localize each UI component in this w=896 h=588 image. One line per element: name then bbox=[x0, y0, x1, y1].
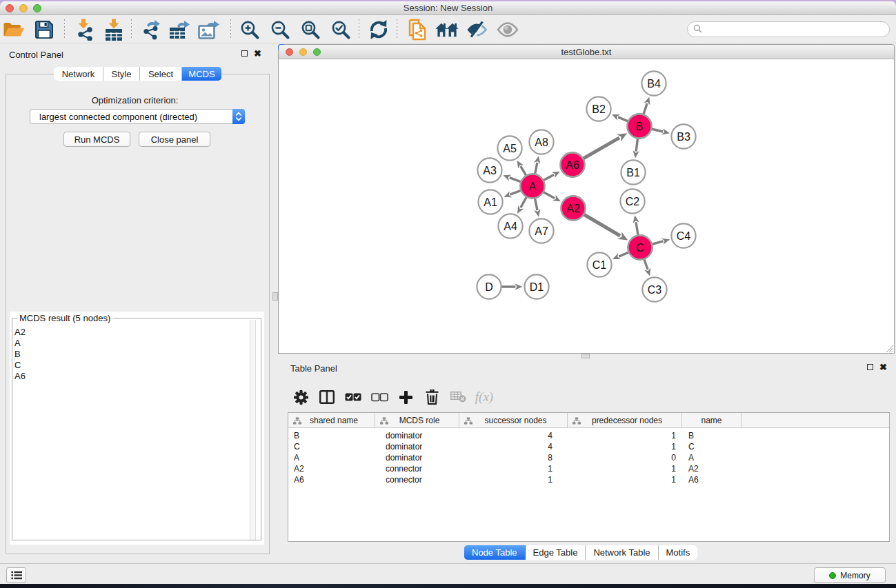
node-label: C4 bbox=[677, 230, 691, 242]
tab-network-table[interactable]: Network Table bbox=[586, 545, 658, 560]
close-panel-icon[interactable]: ✖ bbox=[254, 50, 261, 57]
tab-node-table[interactable]: Node Table bbox=[464, 545, 526, 560]
toolbar-separator bbox=[64, 19, 65, 39]
graph-node-A6[interactable]: A6 bbox=[560, 152, 584, 176]
mcds-result-item[interactable]: A bbox=[14, 338, 26, 349]
toolbar-separator bbox=[359, 19, 359, 39]
tab-edge-table[interactable]: Edge Table bbox=[526, 545, 586, 560]
export-table-icon[interactable] bbox=[168, 18, 191, 41]
graph-node-A3[interactable]: A3 bbox=[477, 158, 501, 182]
mcds-result-item[interactable]: A6 bbox=[14, 371, 26, 382]
first-neighbors-icon[interactable] bbox=[435, 18, 459, 41]
vertical-splitter-handle[interactable] bbox=[272, 292, 278, 301]
mcds-result-item[interactable]: B bbox=[14, 349, 26, 360]
graph-node-C[interactable]: C bbox=[628, 235, 652, 259]
table-row-A6[interactable]: A6connector11A6 bbox=[288, 474, 889, 485]
search-input[interactable] bbox=[702, 24, 889, 34]
criterion-select[interactable]: largest connected component (directed) bbox=[30, 109, 245, 124]
table-row-B[interactable]: Bdominator41B bbox=[288, 430, 889, 441]
node-label: B1 bbox=[626, 167, 640, 179]
split-view-icon[interactable] bbox=[314, 387, 340, 407]
graph-node-B1[interactable]: B1 bbox=[621, 160, 645, 184]
memory-button[interactable]: Memory bbox=[814, 567, 886, 583]
column-header-predecessor-nodes[interactable]: predecessor nodes bbox=[568, 413, 682, 428]
zoom-in-icon[interactable] bbox=[238, 18, 261, 41]
select-stepper-icon[interactable] bbox=[232, 109, 245, 124]
show-panels-button[interactable] bbox=[6, 567, 26, 583]
column-header-shared-name[interactable]: shared name bbox=[288, 413, 375, 428]
mcds-result-item[interactable]: C bbox=[14, 360, 26, 371]
graph-node-A1[interactable]: A1 bbox=[478, 190, 502, 214]
control-panel: Control Panel ✖ NetworkStyleSelectMCDS O… bbox=[0, 43, 270, 563]
delete-column-icon[interactable] bbox=[419, 387, 445, 407]
clone-network-icon[interactable] bbox=[406, 18, 429, 41]
graph-node-D[interactable]: D bbox=[477, 274, 501, 298]
graph-node-A7[interactable]: A7 bbox=[529, 219, 553, 243]
tab-style[interactable]: Style bbox=[103, 67, 140, 81]
export-network-icon[interactable] bbox=[139, 18, 163, 41]
node-label: B4 bbox=[647, 78, 661, 90]
result-scrollbar[interactable] bbox=[250, 320, 256, 540]
zoom-fit-icon[interactable] bbox=[299, 18, 322, 41]
add-column-icon[interactable] bbox=[392, 387, 419, 407]
gear-icon[interactable] bbox=[288, 387, 314, 407]
refresh-icon[interactable] bbox=[367, 18, 390, 41]
network-graph-canvas[interactable]: AA1A3A4A5A7A8A6A2BB1B2B3B4CC1C2C3C4DD1 bbox=[279, 59, 894, 354]
hide-selected-icon[interactable] bbox=[465, 18, 488, 41]
tab-mcds[interactable]: MCDS bbox=[182, 67, 221, 81]
table-row-A[interactable]: Adominator80A bbox=[288, 452, 889, 463]
graph-node-B4[interactable]: B4 bbox=[641, 71, 666, 95]
deselect-all-icon[interactable] bbox=[366, 387, 392, 407]
tab-motifs[interactable]: Motifs bbox=[659, 545, 698, 560]
memory-label: Memory bbox=[840, 571, 870, 580]
mcds-result-item[interactable]: A2 bbox=[14, 327, 26, 338]
toolbar-separator bbox=[131, 19, 132, 39]
show-all-icon[interactable] bbox=[496, 18, 519, 41]
graph-node-A4[interactable]: A4 bbox=[498, 214, 522, 238]
export-image-icon[interactable] bbox=[197, 18, 220, 41]
open-file-icon[interactable] bbox=[2, 18, 26, 41]
table-cell: B bbox=[682, 430, 741, 441]
tab-network[interactable]: Network bbox=[54, 67, 103, 81]
node-label: C bbox=[636, 242, 644, 254]
zoom-selected-icon[interactable] bbox=[329, 18, 352, 41]
table-cell: 1 bbox=[568, 441, 682, 452]
float-panel-icon[interactable] bbox=[241, 50, 248, 57]
graph-node-C1[interactable]: C1 bbox=[587, 252, 611, 276]
column-header-name[interactable]: name bbox=[682, 413, 741, 428]
window-resize-grip[interactable] bbox=[884, 343, 893, 352]
tab-select[interactable]: Select bbox=[140, 67, 182, 81]
table-row-C[interactable]: Cdominator41C bbox=[288, 441, 889, 452]
save-session-icon[interactable] bbox=[32, 18, 56, 41]
graph-node-B3[interactable]: B3 bbox=[671, 124, 695, 148]
graph-node-A[interactable]: A bbox=[520, 174, 544, 198]
mcds-result-list[interactable]: A2ABCA6 bbox=[14, 327, 26, 382]
graph-node-D1[interactable]: D1 bbox=[524, 274, 548, 298]
graph-node-A2[interactable]: A2 bbox=[561, 196, 585, 220]
run-mcds-button[interactable]: Run MCDS bbox=[63, 132, 130, 147]
zoom-out-icon[interactable] bbox=[268, 18, 292, 41]
graph-node-B[interactable]: B bbox=[627, 114, 651, 138]
graph-node-C2[interactable]: C2 bbox=[620, 189, 644, 213]
import-network-icon[interactable] bbox=[72, 18, 96, 41]
window-title: Session: New Session bbox=[0, 3, 896, 13]
float-table-panel-icon[interactable] bbox=[867, 364, 873, 370]
close-table-panel-icon[interactable]: ✖ bbox=[879, 364, 887, 370]
graph-node-A5[interactable]: A5 bbox=[497, 136, 521, 160]
graph-node-C3[interactable]: C3 bbox=[642, 277, 666, 301]
node-label: B bbox=[636, 121, 644, 132]
graph-node-A8[interactable]: A8 bbox=[529, 130, 553, 154]
table-row-A2[interactable]: A2connector11A2 bbox=[288, 463, 889, 474]
horizontal-splitter-handle[interactable] bbox=[581, 354, 590, 358]
node-label: A bbox=[529, 181, 537, 192]
select-all-icon[interactable] bbox=[340, 387, 366, 407]
close-panel-button[interactable]: Close panel bbox=[139, 132, 210, 147]
graph-node-B2[interactable]: B2 bbox=[586, 97, 610, 121]
graph-node-C4[interactable]: C4 bbox=[671, 223, 695, 247]
import-table-icon[interactable] bbox=[102, 18, 126, 41]
column-header-MCDS-role[interactable]: MCDS role bbox=[375, 413, 459, 428]
network-window-title: testGlobe.txt bbox=[279, 47, 894, 57]
node-label: C1 bbox=[593, 259, 607, 271]
search-field[interactable] bbox=[687, 21, 890, 37]
column-header-successor-nodes[interactable]: successor nodes bbox=[459, 413, 568, 428]
